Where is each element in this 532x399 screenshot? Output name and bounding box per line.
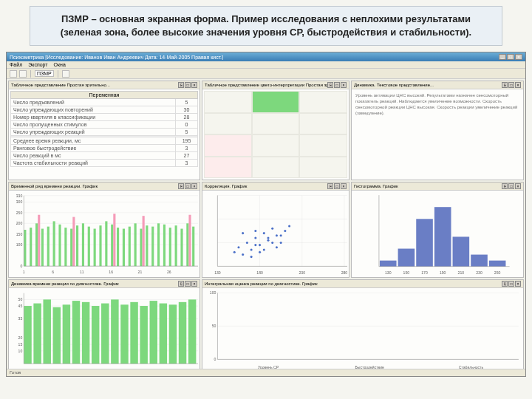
maximize-button[interactable]: □	[507, 54, 514, 60]
panel-close-icon[interactable]: ×	[515, 82, 521, 88]
panel-pin-icon[interactable]: ⎘	[178, 183, 184, 189]
svg-point-89	[263, 249, 265, 251]
workspace: Табличное представление Простая зрительн…	[7, 79, 525, 369]
svg-text:230: 230	[476, 270, 482, 275]
svg-point-75	[259, 244, 261, 246]
colorgrid-cell	[204, 134, 252, 157]
panel-pin-icon[interactable]: ⎘	[502, 183, 508, 189]
svg-point-70	[237, 247, 239, 249]
svg-rect-21	[53, 222, 55, 267]
svg-text:21: 21	[138, 270, 143, 275]
menu-windows[interactable]: Окна	[54, 62, 66, 67]
test-selector[interactable]: ПЗМР	[35, 70, 54, 77]
panel-max-icon[interactable]: □	[185, 82, 191, 88]
svg-rect-34	[111, 225, 113, 266]
colorgrid-cell	[299, 134, 347, 157]
svg-rect-50	[175, 226, 177, 267]
panel-pin-icon[interactable]: ⎘	[178, 281, 184, 287]
svg-rect-123	[24, 306, 31, 364]
svg-text:330: 330	[16, 194, 23, 198]
svg-rect-126	[53, 307, 61, 364]
bar-dynamics-chart: 101520354550	[10, 290, 198, 373]
svg-text:45: 45	[18, 304, 23, 308]
svg-text:0: 0	[214, 358, 216, 362]
svg-point-72	[246, 242, 248, 244]
panel-close-icon[interactable]: ×	[515, 281, 521, 287]
svg-rect-20	[47, 227, 50, 267]
color-grid	[204, 91, 347, 178]
svg-rect-44	[146, 226, 148, 267]
svg-rect-128	[72, 301, 80, 364]
svg-point-86	[242, 232, 244, 234]
svg-text:280: 280	[341, 270, 347, 275]
table-row: Среднее время реакции, мс195	[11, 137, 198, 145]
panel-colorgrid-title: Табличное представление цвето-интерпрета…	[205, 83, 327, 87]
toolbar-btn-2[interactable]	[19, 70, 27, 78]
svg-rect-16	[30, 228, 32, 266]
svg-text:130: 130	[214, 270, 221, 275]
panel-hist-title: Гистограмма. График	[354, 184, 502, 188]
svg-rect-42	[143, 216, 145, 267]
panel-pin-icon[interactable]: ⎘	[327, 183, 333, 189]
colorgrid-cell	[252, 91, 300, 113]
svg-text:35: 35	[18, 317, 23, 321]
svg-point-78	[271, 228, 273, 230]
panel-max-icon[interactable]: □	[508, 281, 514, 287]
svg-point-77	[267, 239, 269, 242]
toolbar-btn-3[interactable]	[62, 70, 69, 78]
panel-close-icon[interactable]: ×	[341, 183, 347, 189]
panel-close-icon[interactable]: ×	[191, 82, 197, 88]
svg-rect-41	[140, 229, 142, 267]
panel-close-icon[interactable]: ×	[341, 82, 347, 88]
panel-max-icon[interactable]: □	[508, 183, 514, 189]
svg-point-69	[233, 251, 236, 253]
svg-rect-25	[70, 229, 72, 267]
svg-rect-47	[163, 225, 166, 266]
panel-max-icon[interactable]: □	[334, 82, 340, 88]
menu-file[interactable]: Файл	[10, 62, 22, 67]
param-header: Переменная	[11, 92, 198, 99]
scatter-chart: 130180230280	[204, 192, 347, 276]
panel-parameters: Табличное представление Простая зрительн…	[8, 81, 200, 180]
svg-rect-125	[43, 300, 50, 364]
svg-point-82	[259, 251, 261, 253]
statusbar: Готов	[7, 369, 525, 376]
svg-rect-51	[180, 229, 183, 267]
svg-point-73	[250, 249, 253, 251]
svg-text:180: 180	[256, 270, 263, 275]
colorgrid-cell	[204, 157, 252, 179]
menu-export[interactable]: Экспорт	[28, 62, 47, 67]
panel-max-icon[interactable]: □	[508, 82, 514, 88]
panel-max-icon[interactable]: □	[185, 281, 191, 287]
panel-pin-icon[interactable]: ⎘	[502, 82, 508, 88]
panel-max-icon[interactable]: □	[185, 183, 191, 189]
svg-text:250: 250	[16, 211, 23, 215]
toolbar-btn-1[interactable]	[10, 70, 17, 78]
minimize-button[interactable]: _	[499, 54, 506, 60]
svg-text:300: 300	[16, 200, 23, 205]
panel-pin-icon[interactable]: ⎘	[327, 82, 333, 88]
svg-rect-99	[416, 219, 433, 267]
panel-close-icon[interactable]: ×	[191, 281, 197, 287]
svg-text:170: 170	[421, 270, 428, 275]
svg-rect-19	[41, 229, 44, 267]
bar-timeseries-chart: 01001502002503003301611162126	[10, 192, 198, 276]
svg-rect-136	[150, 301, 157, 364]
app-window: Психометрика [Исследование: Иванов Иван …	[6, 52, 526, 377]
panel-close-icon[interactable]: ×	[191, 183, 197, 189]
svg-rect-101	[434, 208, 451, 267]
panel-pin-icon[interactable]: ⎘	[502, 281, 508, 287]
panel-pin-icon[interactable]: ⎘	[178, 82, 184, 88]
panel-integral-title: Интегральная оценка реакции по диагности…	[205, 282, 502, 286]
panel-max-icon[interactable]: □	[334, 183, 340, 189]
table-row: Частота стабильности реакций3	[11, 160, 198, 167]
panel-close-icon[interactable]: ×	[515, 183, 521, 189]
svg-rect-46	[157, 224, 160, 267]
close-button[interactable]: ×	[515, 54, 522, 60]
svg-text:15: 15	[18, 343, 23, 347]
textnote-content: Уровень активации ЦНС высокий. Результат…	[353, 91, 522, 118]
svg-text:250: 250	[494, 270, 501, 275]
table-row: Номер квартиля в классификации28	[11, 114, 198, 121]
table-row: Число упреждающих повторений30	[11, 106, 198, 114]
svg-point-80	[280, 242, 282, 244]
